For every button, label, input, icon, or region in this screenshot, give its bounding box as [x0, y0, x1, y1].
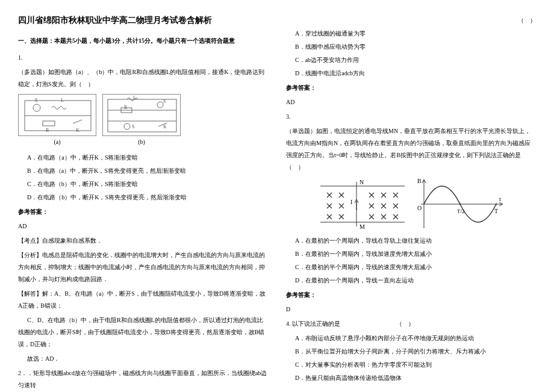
q3-opt-c: C．在最初的半个周期内，导线的速度先增大后减小: [295, 261, 536, 273]
q3-t-label: T: [494, 208, 498, 214]
svg-line-4: [73, 120, 82, 123]
circuit-b-k: K: [163, 122, 167, 132]
doc-title: 四川省绵阳市秋林职业中学高二物理月考试卷含解析: [18, 12, 268, 29]
q3-num: 3.: [286, 111, 536, 123]
q1-tag2-label: 【分析】: [18, 252, 42, 258]
circuit-a-l-label: L: [61, 96, 64, 105]
q3-sine-figure: B O T/2 T t: [415, 177, 505, 231]
q1-ans: AD: [18, 220, 268, 232]
q1-tag2-text: 电感总是阻碍电流的变化．线圈中的电流增大时，产生自感电流的方向与原来电流的方向相…: [18, 252, 265, 282]
q2-opt-c: C．ab边不受安培力作用: [295, 54, 536, 66]
circuit-a-r-label: R: [46, 126, 49, 135]
svg-rect-3: [43, 121, 55, 126]
circuit-b-s2: S: [132, 122, 134, 132]
q1-tag1-label: 【考点】: [18, 237, 42, 244]
q3-n-label: N: [359, 179, 364, 185]
page-root: 四川省绵阳市秋林职业中学高二物理月考试卷含解析 一、选择题：本题共5小题，每小题…: [18, 12, 536, 392]
q3-figures: N I M B O T/2 T: [286, 177, 536, 231]
svg-point-9: [124, 123, 130, 129]
q1-tag3-text1: 解：A、B。在电路（a）中，断开S，由于线圈阻碍电流变小，导致D将逐渐变暗，故A…: [18, 290, 266, 309]
q1-tag1-text: 自感现象和自感系数．: [42, 237, 102, 244]
q1-tag3-2: C、D。在电路（b）中，由于电阻R和自感线圈L的电阻值都很小，所以通过灯泡的电流…: [18, 314, 268, 350]
svg-point-10: [157, 102, 163, 108]
q2-opt-a: A．穿过线圈的磁通量为零: [295, 28, 536, 40]
q1-tag3-1: 【解答】解：A、B。在电路（a）中，断开S，由于线圈阻碍电流变小，导致D将逐渐变…: [18, 288, 268, 312]
q3-field-figure: N I M: [317, 177, 408, 231]
circuit-b-r: R: [124, 103, 127, 113]
circuit-b: L R S S K (b): [102, 94, 181, 148]
q3-opt-a: A．在最初的一个周期内，导线在导轨上做往复运动: [295, 235, 536, 247]
q1-tag3-3: 故选：AD．: [18, 353, 268, 365]
q4-num: 4.: [286, 320, 291, 327]
q3-t2-label: T/2: [457, 208, 465, 214]
circuit-a: S L R K (a): [18, 94, 96, 148]
q4-row: 4. 以下说法正确的是 （ ）: [286, 318, 536, 330]
section-1-header: 一、选择题：本题共5小题，每小题3分，共计15分。每小题只有一个选项符合题意: [18, 35, 268, 47]
q2-ans: AD: [286, 96, 536, 108]
q2-row1: 2．．矩形导线圈abcd放在匀强磁场中，磁感线方向与线圈平面垂直，如图所示．当线…: [18, 367, 268, 391]
q2-num: 2．: [18, 370, 27, 376]
q4-opt-d: D．热量只能由高温物体传递给低温物体: [295, 372, 536, 384]
q3-opt-b: B．在最初的一个周期内，导线加速度先增大后减小: [295, 248, 536, 260]
circuit-b-l: L: [133, 93, 136, 103]
right-column: （ ） A．穿过线圈的磁通量为零 B．线圈中感应电动势为零 C．ab边不受安培力…: [286, 12, 536, 392]
q4-opt-b: B．从平衡位置开始增大分子间距离，分子间的引力将增大、斥力将减小: [295, 346, 536, 358]
circuit-a-s-label: S: [35, 96, 37, 105]
q3-ans: D: [286, 303, 536, 316]
q2-opt-b: B．线圈中感应电动势为零: [295, 41, 536, 53]
q4-opt-a: A．布朗运动反映了悬浮小颗粒内部分子在不停地做无规则的热运动: [295, 332, 536, 344]
circuit-b-sub: (b): [102, 136, 181, 148]
q3-m-label: M: [359, 223, 365, 230]
q1-tag3-label: 【解答】: [18, 290, 42, 297]
q1-ans-label: 参考答案：: [18, 206, 268, 218]
q2-stem1: ．矩形导线圈abcd放在匀强磁场中，磁感线方向与线圈平面垂直，如图所示．当线圈绕…: [18, 370, 267, 388]
circuit-a-sub: (a): [18, 136, 96, 148]
q3-stem: （单选题）如图，电流恒定的通电导线MN，垂直平放在两条相互平行的水平光滑长导轨上…: [286, 125, 536, 173]
q3-i-label: I: [350, 199, 352, 205]
q1-opt-c: C．在电路（b）中，断开K，S将渐渐变暗: [27, 178, 268, 190]
q1-num: 1.: [18, 52, 268, 64]
q3-opt-d: D．在最初的一个周期内，导线一直向左运动: [295, 275, 536, 287]
q3-o-label: O: [417, 205, 422, 211]
q1-tag2: 【分析】电感总是阻碍电流的变化．线圈中的电流增大时，产生自感电流的方向与原来电流…: [18, 249, 268, 285]
q3-b-label: B: [417, 178, 422, 184]
circuit-a-k-label: K: [76, 126, 79, 135]
q1-stem: （多选题）如图电路（a）、（b）中，电阻R和自感线圈L的电阻值相同，接通K，使电…: [18, 66, 268, 90]
circuit-b-s: S: [163, 97, 166, 107]
q1-circuits: S L R K (a): [18, 94, 268, 148]
q1-tag1: 【考点】自感现象和自感系数．: [18, 235, 268, 247]
q2-ans-label: 参考答案：: [286, 82, 536, 94]
q3-taxis-label: t: [499, 196, 501, 202]
q1-opt-a: A．在电路（a）中，断开K，S将渐渐变暗: [27, 152, 268, 164]
left-column: 四川省绵阳市秋林职业中学高二物理月考试卷含解析 一、选择题：本题共5小题，每小题…: [18, 12, 268, 392]
q3-ans-label: 参考答案：: [286, 289, 536, 301]
q4-stem: 以下说法正确的是: [292, 320, 340, 327]
q4-paren: （ ）: [396, 320, 414, 327]
q4-opt-c: C．对大量事实的分析表明：热力学零度不可能达到: [295, 359, 536, 371]
q1-opt-d: D．在电路（b）中，断开K，S将先变得更亮，然后渐渐变暗: [27, 191, 268, 204]
q2-paren-text: （ ）: [518, 14, 536, 26]
q1-opt-b: B．在电路（a）中，断开K，S将先变得更亮，然后渐渐变暗: [27, 165, 268, 177]
q2-opt-d: D．线圈中电流沿adcb方向: [295, 67, 536, 79]
